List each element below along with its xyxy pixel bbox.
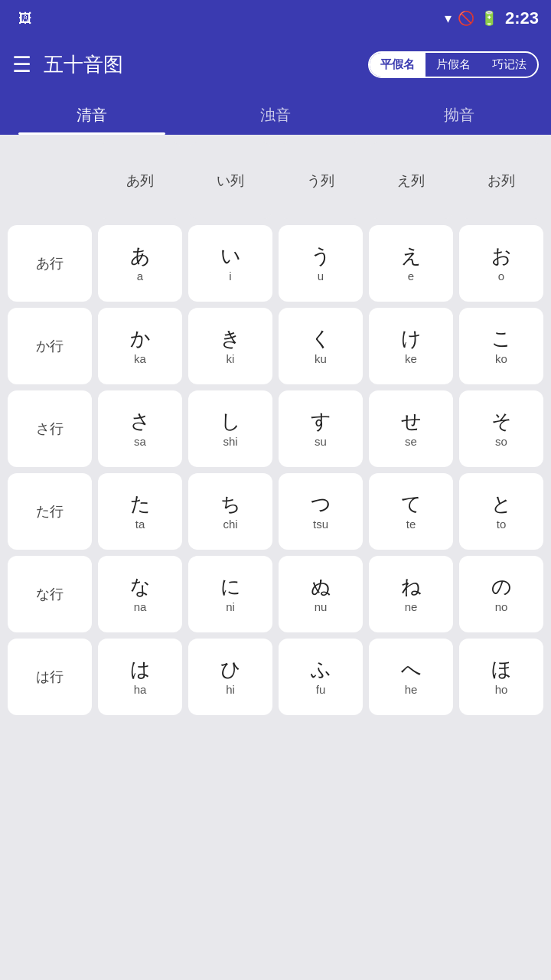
kana-cell-ふ[interactable]: ふfu xyxy=(279,639,363,715)
kana-cell-は[interactable]: はha xyxy=(98,639,182,715)
kana-cell-ほ[interactable]: ほho xyxy=(459,639,543,715)
kana-cell-う[interactable]: うu xyxy=(279,225,363,302)
kana-cell-お[interactable]: おo xyxy=(459,225,543,302)
tab-seion[interactable]: 清音 xyxy=(0,105,184,135)
kana-cell-ぬ[interactable]: ぬnu xyxy=(279,556,363,632)
kana-cell-け[interactable]: けke xyxy=(369,308,453,384)
view-mode-switcher: 平假名 片假名 巧记法 xyxy=(368,51,539,78)
wifi-icon: ▾ xyxy=(445,10,452,27)
status-icons: ▾ 🚫 🔋 xyxy=(445,10,497,27)
col-header-あ列: あ列 xyxy=(98,142,182,219)
no-sim-icon: 🚫 xyxy=(458,10,474,27)
col-header-え列: え列 xyxy=(369,142,453,219)
status-left-icons: 🖼 xyxy=(12,11,437,27)
row-header-2: さ行 xyxy=(8,390,92,467)
kana-cell-な[interactable]: なna xyxy=(98,556,182,632)
photo-icon: 🖼 xyxy=(18,11,32,27)
kana-cell-さ[interactable]: さsa xyxy=(98,390,182,467)
kana-cell-ね[interactable]: ねne xyxy=(369,556,453,632)
col-header-お列: お列 xyxy=(459,142,543,219)
menu-icon[interactable]: ☰ xyxy=(12,52,31,77)
kana-cell-え[interactable]: えe xyxy=(369,225,453,302)
kana-cell-し[interactable]: しshi xyxy=(188,390,272,467)
kana-cell-き[interactable]: きki xyxy=(188,308,272,384)
grid-corner xyxy=(8,142,92,219)
kana-cell-そ[interactable]: そso xyxy=(459,390,543,467)
kana-cell-へ[interactable]: へhe xyxy=(369,639,453,715)
row-header-1: か行 xyxy=(8,308,92,384)
kana-cell-い[interactable]: いi xyxy=(188,225,272,302)
kana-cell-あ[interactable]: あa xyxy=(98,225,182,302)
sound-tabs: 清音 浊音 拗音 xyxy=(0,92,551,135)
status-time: 2:23 xyxy=(505,8,539,28)
tab-youon[interactable]: 拗音 xyxy=(367,105,551,135)
kana-cell-の[interactable]: のno xyxy=(459,556,543,632)
kana-cell-ち[interactable]: ちchi xyxy=(188,473,272,550)
kana-cell-に[interactable]: にni xyxy=(188,556,272,632)
kana-cell-か[interactable]: かka xyxy=(98,308,182,384)
row-header-5: は行 xyxy=(8,639,92,715)
kana-cell-つ[interactable]: つtsu xyxy=(279,473,363,550)
kana-cell-こ[interactable]: こko xyxy=(459,308,543,384)
battery-icon: 🔋 xyxy=(481,10,497,27)
kana-cell-く[interactable]: くku xyxy=(279,308,363,384)
row-header-4: な行 xyxy=(8,556,92,632)
col-header-う列: う列 xyxy=(279,142,363,219)
tab-hiragana[interactable]: 平假名 xyxy=(370,53,425,77)
kana-cell-ひ[interactable]: ひhi xyxy=(188,639,272,715)
kana-grid: あ列い列う列え列お列あ行あaいiうuえeおoか行かkaきkiくkuけkeこkoさ… xyxy=(0,135,551,723)
kana-cell-た[interactable]: たta xyxy=(98,473,182,550)
kana-cell-て[interactable]: てte xyxy=(369,473,453,550)
kana-cell-す[interactable]: すsu xyxy=(279,390,363,467)
row-header-0: あ行 xyxy=(8,225,92,302)
page-title: 五十音图 xyxy=(44,51,356,78)
col-header-い列: い列 xyxy=(188,142,272,219)
status-bar: 🖼 ▾ 🚫 🔋 2:23 xyxy=(0,0,551,37)
row-header-3: た行 xyxy=(8,473,92,550)
tab-dakuten[interactable]: 浊音 xyxy=(184,105,367,135)
kana-cell-せ[interactable]: せse xyxy=(369,390,453,467)
tab-katakana[interactable]: 片假名 xyxy=(425,53,481,77)
tab-mnemonic[interactable]: 巧记法 xyxy=(481,53,537,77)
app-header: ☰ 五十音图 平假名 片假名 巧记法 xyxy=(0,37,551,92)
kana-cell-と[interactable]: とto xyxy=(459,473,543,550)
